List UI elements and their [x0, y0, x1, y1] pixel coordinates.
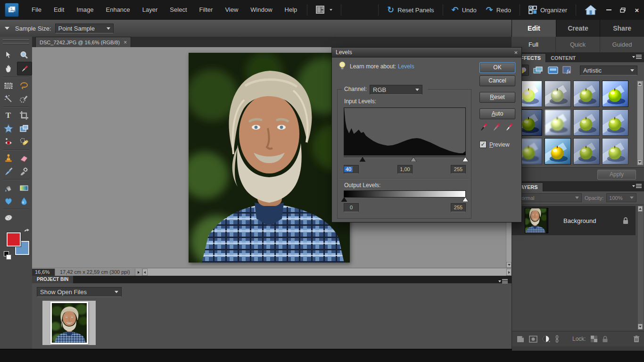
- scroll-down-icon[interactable]: [637, 159, 642, 165]
- reset-panels-button[interactable]: ↻ Reset Panels: [382, 0, 438, 20]
- scroll-down-icon[interactable]: [638, 324, 643, 329]
- document-dimensions[interactable]: 17,42 cm x 22,59 cm (300 ppi): [55, 269, 135, 276]
- layer-lock-icon[interactable]: [622, 217, 629, 224]
- ok-button[interactable]: OK: [479, 62, 515, 73]
- scroll-up-icon[interactable]: [638, 206, 643, 212]
- effect-thumbnail[interactable]: [602, 109, 628, 136]
- input-white-field[interactable]: 255: [451, 165, 466, 174]
- spot-healing-brush-tool[interactable]: [17, 135, 31, 148]
- eraser-tool[interactable]: [17, 152, 31, 165]
- swap-colors-icon[interactable]: [24, 229, 30, 235]
- effect-thumbnail[interactable]: [545, 138, 571, 165]
- layer-mask-icon[interactable]: [529, 336, 537, 343]
- crop-tool[interactable]: [17, 109, 31, 122]
- lock-all-icon[interactable]: [602, 336, 608, 343]
- lock-transparent-icon[interactable]: [591, 336, 597, 342]
- sample-size-dropdown[interactable]: Point Sample: [55, 24, 114, 33]
- delete-layer-icon[interactable]: [633, 335, 640, 343]
- blend-mode-dropdown[interactable]: Normal: [515, 193, 582, 202]
- learn-more-link[interactable]: Levels: [398, 63, 414, 70]
- tab-edit[interactable]: Edit: [512, 20, 556, 37]
- output-black-field[interactable]: 0: [344, 203, 359, 212]
- tab-share[interactable]: Share: [600, 20, 644, 37]
- effects-category-dropdown[interactable]: Artistic: [580, 66, 637, 75]
- redo-button[interactable]: ↷ Redo: [481, 0, 516, 20]
- toolbar-grip[interactable]: [0, 37, 33, 47]
- smart-brush-tool[interactable]: [17, 165, 31, 178]
- effects-scrollbar[interactable]: [637, 81, 644, 165]
- red-eye-removal-tool[interactable]: [1, 135, 16, 148]
- status-popup-button[interactable]: [135, 269, 142, 276]
- menu-enhance[interactable]: Enhance: [100, 0, 136, 20]
- scroll-down-icon[interactable]: [506, 262, 512, 268]
- photo-canvas[interactable]: [189, 53, 350, 263]
- mode-guided[interactable]: Guided: [600, 37, 644, 52]
- preview-control[interactable]: ✓ Preview: [479, 141, 510, 148]
- horizontal-scrollbar[interactable]: [142, 269, 512, 276]
- menu-image[interactable]: Image: [70, 0, 99, 20]
- options-collapse-icon[interactable]: [5, 27, 9, 30]
- effect-thumbnail[interactable]: [573, 81, 600, 107]
- minimize-button[interactable]: [602, 4, 616, 16]
- eyedropper-tool[interactable]: [17, 62, 32, 75]
- input-gamma-field[interactable]: 1,00: [397, 165, 413, 174]
- input-white-slider[interactable]: [462, 157, 469, 162]
- adjustment-layer-icon[interactable]: [542, 335, 550, 343]
- selection-brush-tool[interactable]: [17, 92, 31, 105]
- white-point-eyedropper[interactable]: [504, 122, 513, 133]
- menu-help[interactable]: Help: [279, 0, 304, 20]
- reset-button[interactable]: Reset: [479, 92, 515, 103]
- effect-thumbnail[interactable]: [545, 81, 571, 107]
- zoom-level-field[interactable]: 16,6%: [32, 269, 55, 276]
- effect-thumbnail[interactable]: [573, 138, 600, 165]
- cancel-button[interactable]: Cancel: [479, 75, 515, 86]
- undo-button[interactable]: ↶ Undo: [447, 0, 481, 20]
- clone-stamp-tool[interactable]: [1, 152, 16, 165]
- output-white-slider[interactable]: [462, 197, 469, 202]
- sponge-tool[interactable]: [1, 211, 16, 224]
- magic-wand-tool[interactable]: [1, 92, 16, 105]
- close-document-icon[interactable]: ×: [124, 39, 127, 46]
- zoom-tool[interactable]: [17, 49, 31, 61]
- output-black-slider[interactable]: [341, 197, 347, 202]
- black-point-eyedropper[interactable]: [479, 122, 488, 133]
- photo-effects-category-button[interactable]: [547, 65, 559, 75]
- menu-select[interactable]: Select: [164, 0, 193, 20]
- output-white-field[interactable]: 255: [451, 203, 466, 212]
- rectangular-marquee-tool[interactable]: [1, 79, 16, 92]
- bin-filter-dropdown[interactable]: Show Open Files: [37, 287, 122, 297]
- home-button[interactable]: [580, 0, 602, 20]
- layer-styles-category-button[interactable]: [532, 65, 544, 75]
- close-dialog-icon[interactable]: ×: [514, 49, 518, 56]
- paint-bucket-tool[interactable]: [1, 181, 16, 194]
- bin-thumbnail-selected[interactable]: [42, 301, 96, 345]
- new-layer-icon[interactable]: [517, 336, 524, 343]
- mode-quick[interactable]: Quick: [556, 37, 600, 52]
- foreground-color-swatch[interactable]: [7, 232, 21, 247]
- effects-panel-menu[interactable]: [632, 55, 642, 59]
- apply-button[interactable]: Apply: [597, 170, 636, 180]
- blur-tool[interactable]: [17, 195, 31, 207]
- auto-button[interactable]: Auto: [479, 108, 515, 119]
- layers-scrollbar[interactable]: [638, 206, 644, 329]
- hand-tool[interactable]: [1, 62, 16, 74]
- effect-thumbnail[interactable]: [545, 109, 571, 136]
- opacity-dropdown[interactable]: 100%: [606, 193, 636, 202]
- project-bin-tab[interactable]: PROJECT BIN: [32, 276, 73, 283]
- levels-dialog-titlebar[interactable]: Levels ×: [332, 48, 521, 58]
- channel-dropdown[interactable]: RGB: [370, 85, 422, 95]
- all-effects-category-button[interactable]: fx: [562, 65, 574, 75]
- scroll-up-icon[interactable]: [637, 81, 642, 87]
- menu-filter[interactable]: Filter: [193, 0, 219, 20]
- lasso-tool[interactable]: [17, 79, 31, 92]
- effect-thumbnail[interactable]: [602, 138, 628, 165]
- document-tab[interactable]: DSC_7242.JPG @ 16,6% (RGB/8) ×: [35, 37, 131, 47]
- layers-panel-menu[interactable]: [632, 184, 642, 188]
- project-bin-menu[interactable]: [498, 279, 508, 283]
- organizer-button[interactable]: Organizer: [524, 0, 572, 20]
- move-tool[interactable]: [1, 49, 16, 61]
- shape-tool[interactable]: [1, 195, 16, 207]
- menu-layer[interactable]: Layer: [136, 0, 164, 20]
- input-black-field[interactable]: 40: [344, 165, 359, 174]
- scroll-left-icon[interactable]: [142, 269, 148, 276]
